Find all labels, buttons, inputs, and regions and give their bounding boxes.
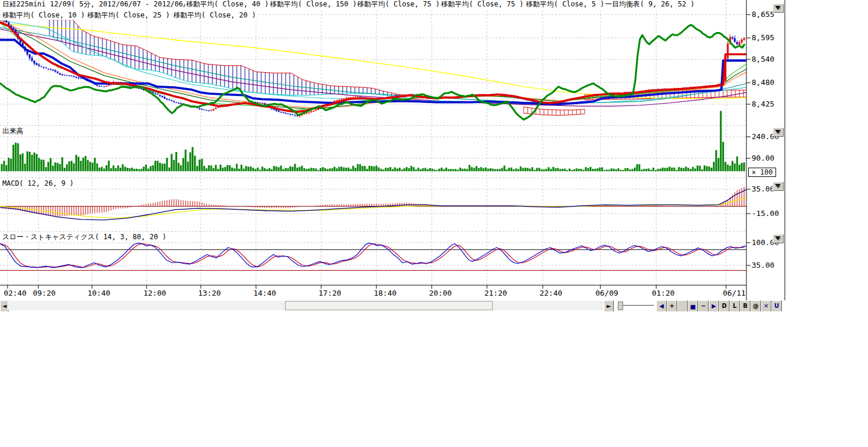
indicator-header-line2: 移動平均( Close, 10 )移動平均( Close, 25 )移動平均( …	[0, 11, 746, 20]
stochastics-panel-label: スロー・ストキャスティクス( 14, 3, 80, 20 )	[1, 233, 168, 241]
time-axis-tick-label: 06/11	[723, 289, 745, 297]
toolbar-button[interactable]: +	[667, 300, 677, 311]
time-axis-tick-label: 02:40	[3, 289, 26, 297]
macd-panel-label: MACD( 12, 26, 9 )	[1, 179, 75, 187]
volume-axis-tick-label: 90.00	[752, 154, 774, 162]
ma-25-line	[0, 21, 746, 108]
panel-menu-button[interactable]	[773, 127, 784, 137]
toolbar-button[interactable]: ▶	[709, 300, 719, 311]
indicator-label: 移動平均( Close, 20 )	[172, 11, 257, 20]
macd-signal-line	[0, 198, 746, 218]
time-axis-tick-label: 14:40	[253, 289, 276, 297]
time-axis-tick-label: 18:40	[373, 289, 396, 297]
stoch-axis-tick-label: 35.00	[752, 261, 774, 269]
panel-menu-button[interactable]	[773, 182, 784, 191]
indicator-label: 移動平均( Close, 5 )	[525, 0, 606, 9]
indicator-label: 一目均衡表( 9, 26, 52 )	[604, 0, 696, 9]
indicator-label: 移動平均( Close, 40 )	[185, 0, 270, 9]
time-axis-tick-label: 09:20	[33, 289, 55, 297]
horizontal-scrollbar-track[interactable]	[8, 301, 603, 310]
toolbar-button[interactable]: D	[719, 300, 730, 311]
toolbar-button[interactable]: @	[750, 300, 761, 311]
cloud-top-boundary	[524, 107, 585, 110]
chart-application-window: 日経225mini 12/09( 5分, 2012/06/07 - 2012/0…	[0, 0, 868, 447]
toolbar-button[interactable]: ◀	[656, 300, 667, 311]
volume-panel-label: 出来高	[1, 127, 24, 135]
zoom-slider-thumb[interactable]	[618, 301, 623, 310]
time-axis-tick-label: 22:40	[539, 289, 562, 297]
thick-red-ma-line	[0, 22, 746, 112]
price-axis-tick-label: 8,655	[752, 10, 774, 19]
ma-75b-line	[0, 27, 746, 103]
indicator-label: 移動平均( Close, 75 )	[440, 0, 525, 9]
macd-axis-tick-label: 35.00	[752, 185, 774, 193]
toolbar-button[interactable]: B	[740, 300, 750, 311]
indicator-label: 移動平均( Close, 150 )	[269, 0, 358, 9]
time-axis-tick-label: 17:20	[318, 289, 341, 297]
indicator-label: 移動平均( Close, 25 )	[86, 11, 171, 20]
macd-line	[0, 190, 746, 220]
scrollbar-right-arrow[interactable]: ►	[604, 300, 614, 311]
time-axis-tick-label: 13:20	[198, 289, 220, 297]
zoom-slider-track[interactable]	[618, 305, 654, 306]
toolbar-button[interactable]: ✕	[761, 300, 771, 311]
indicator-label: 日経225mini 12/09( 5分, 2012/06/07 - 2012/0…	[1, 0, 205, 9]
toolbar-button[interactable]: ▅	[688, 300, 698, 311]
bottom-toolbar: ◄►◀+▅−▶DLB@✕U	[0, 300, 868, 311]
panel-menu-button[interactable]	[773, 3, 784, 13]
toolbar-button[interactable]: −	[698, 300, 709, 311]
stoch-k-line	[0, 243, 746, 268]
time-axis-tick-label: 01:20	[652, 289, 674, 297]
stochastics-panel	[0, 243, 746, 271]
horizontal-scrollbar-thumb[interactable]	[285, 301, 493, 310]
price-axis-tick-label: 8,480	[752, 79, 774, 87]
toolbar-button[interactable]	[677, 300, 688, 311]
macd-panel	[0, 187, 746, 220]
primary-lines	[0, 22, 746, 119]
volume-multiplier-box: × 100	[748, 168, 776, 177]
indicator-label: 移動平均( Close, 10 )	[1, 11, 86, 20]
volume-bars	[1, 111, 745, 172]
time-axis-tick-label: 21:20	[484, 289, 507, 297]
gridlines	[0, 0, 746, 285]
price-axis-tick-label: 8,595	[752, 34, 774, 42]
price-axis-tick-label: 8,425	[752, 100, 774, 108]
time-axis-tick-label: 06/09	[595, 289, 618, 297]
indicator-label: 移動平均( Close, 75 )	[356, 0, 441, 9]
time-axis-tick-label: 20:00	[429, 289, 451, 297]
macd-axis-tick-label: -15.00	[752, 210, 779, 218]
chart-canvas[interactable]	[0, 0, 868, 447]
panel-menu-button[interactable]	[773, 234, 784, 243]
axes-frame	[0, 0, 785, 300]
price-axis-tick-label: 8,540	[752, 55, 774, 63]
time-axis-tick-label: 10:40	[87, 289, 110, 297]
toolbar-button[interactable]: U	[771, 300, 782, 311]
time-axis-tick-label: 12:00	[143, 289, 166, 297]
indicator-header-line1: 日経225mini 12/09( 5分, 2012/06/07 - 2012/0…	[0, 0, 746, 9]
toolbar-button[interactable]: L	[730, 300, 740, 311]
